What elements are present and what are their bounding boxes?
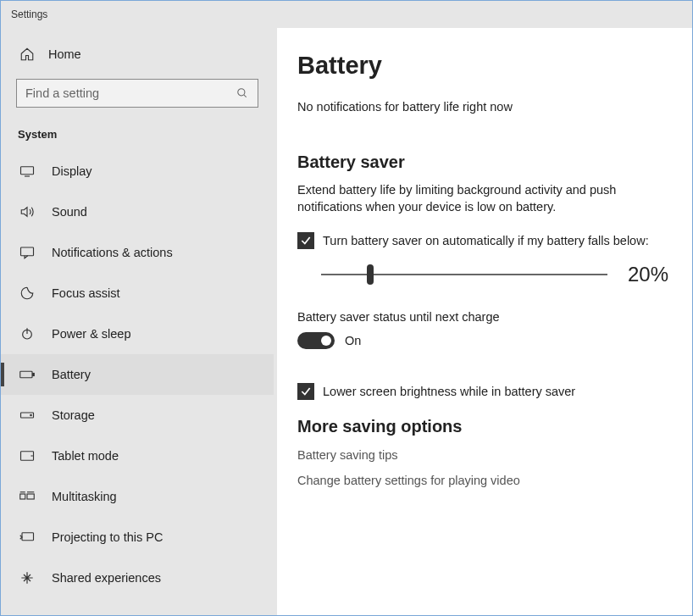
storage-icon: [19, 408, 35, 423]
status-label: Battery saver status until next charge: [297, 310, 668, 324]
toggle-knob: [321, 336, 331, 346]
brightness-label: Lower screen brightness while in battery…: [323, 385, 575, 398]
auto-saver-label: Turn battery saver on automatically if m…: [323, 234, 649, 247]
sidebar-item-label: Storage: [52, 408, 95, 422]
sidebar-item-sound[interactable]: Sound: [1, 191, 274, 232]
display-icon: [19, 164, 35, 179]
search-box[interactable]: [16, 79, 258, 108]
sidebar-item-label: Shared experiences: [52, 571, 161, 585]
checkmark-icon: [300, 386, 312, 397]
svg-point-7: [30, 414, 32, 416]
battery-saver-heading: Battery saver: [297, 153, 668, 172]
sidebar: Home System Display Sound: [1, 28, 277, 615]
status-toggle-row: On: [297, 332, 668, 349]
svg-rect-4: [20, 371, 32, 378]
window-title: Settings: [11, 8, 47, 20]
threshold-slider[interactable]: [321, 264, 607, 285]
power-icon: [19, 326, 35, 341]
svg-rect-1: [21, 167, 34, 175]
sidebar-item-focus[interactable]: Focus assist: [1, 273, 274, 314]
more-options-heading: More saving options: [297, 417, 668, 436]
status-toggle[interactable]: [297, 332, 335, 349]
threshold-value: 20%: [628, 263, 668, 286]
sidebar-item-shared[interactable]: Shared experiences: [1, 558, 274, 598]
auto-saver-checkbox[interactable]: [297, 232, 314, 249]
home-label: Home: [48, 47, 81, 61]
sidebar-item-label: Battery: [52, 368, 91, 381]
nav-list: Display Sound Notifications & actions Fo…: [1, 151, 274, 598]
focus-icon: [19, 286, 35, 301]
sidebar-item-label: Focus assist: [52, 286, 120, 300]
sidebar-item-notifications[interactable]: Notifications & actions: [1, 232, 274, 273]
sidebar-item-label: Sound: [52, 205, 87, 219]
slider-track: [321, 274, 607, 275]
battery-icon: [19, 367, 35, 382]
brightness-checkbox[interactable]: [297, 383, 314, 400]
status-toggle-label: On: [345, 334, 361, 347]
battery-tips-link[interactable]: Battery saving tips: [297, 448, 668, 462]
shared-icon: [19, 570, 35, 585]
sidebar-item-label: Notifications & actions: [52, 246, 173, 259]
sidebar-item-power[interactable]: Power & sleep: [1, 314, 274, 354]
main-content: Battery No notifications for battery lif…: [277, 28, 692, 615]
svg-point-0: [238, 89, 245, 96]
sidebar-item-display[interactable]: Display: [1, 151, 274, 191]
sidebar-item-storage[interactable]: Storage: [1, 395, 274, 436]
brightness-row: Lower screen brightness while in battery…: [297, 383, 668, 400]
projecting-icon: [19, 530, 35, 545]
sidebar-item-multitasking[interactable]: Multitasking: [1, 476, 274, 517]
page-title: Battery: [297, 52, 668, 80]
sidebar-item-label: Multitasking: [52, 490, 117, 503]
auto-saver-row: Turn battery saver on automatically if m…: [297, 232, 668, 249]
svg-rect-5: [33, 374, 35, 376]
notifications-icon: [19, 245, 35, 260]
checkmark-icon: [300, 235, 312, 247]
window-titlebar: Settings: [1, 1, 692, 28]
sound-icon: [19, 204, 35, 219]
svg-rect-11: [22, 533, 34, 541]
battery-notification: No notifications for battery life right …: [297, 100, 668, 114]
sidebar-item-label: Display: [52, 164, 92, 178]
search-icon: [236, 86, 249, 100]
video-settings-link[interactable]: Change battery settings for playing vide…: [297, 474, 668, 487]
multitasking-icon: [19, 489, 35, 504]
svg-rect-9: [20, 494, 25, 499]
sidebar-item-projecting[interactable]: Projecting to this PC: [1, 517, 274, 558]
slider-thumb[interactable]: [367, 264, 374, 285]
threshold-row: 20%: [321, 263, 668, 286]
home-icon: [19, 47, 35, 62]
sidebar-item-battery[interactable]: Battery: [1, 354, 274, 395]
home-nav[interactable]: Home: [1, 36, 274, 72]
svg-rect-10: [27, 494, 34, 499]
sidebar-item-label: Power & sleep: [52, 327, 131, 341]
battery-saver-description: Extend battery life by limiting backgrou…: [297, 182, 662, 215]
svg-rect-2: [21, 247, 34, 256]
sidebar-item-label: Projecting to this PC: [52, 530, 163, 544]
sidebar-item-tablet[interactable]: Tablet mode: [1, 436, 274, 476]
sidebar-item-label: Tablet mode: [52, 449, 119, 463]
category-heading: System: [1, 114, 274, 146]
search-input[interactable]: [25, 86, 236, 100]
tablet-icon: [19, 448, 35, 463]
